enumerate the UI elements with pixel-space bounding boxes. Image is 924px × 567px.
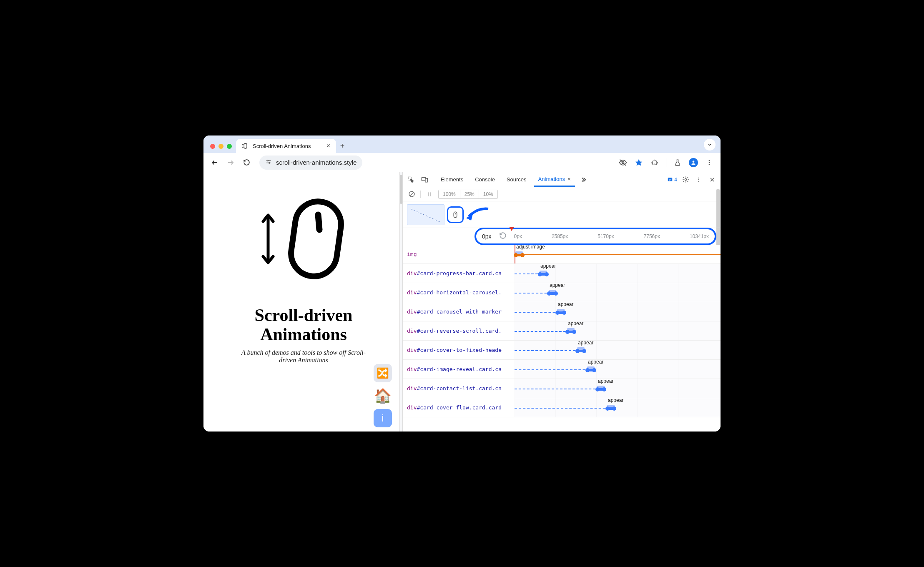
element-selector: div#card-cover-flow.card.card: [403, 404, 515, 411]
mouse-icon: [285, 193, 347, 285]
site-settings-icon[interactable]: [265, 158, 272, 166]
reload-button[interactable]: [240, 156, 253, 169]
animation-name: adjust-image: [516, 245, 545, 250]
close-devtools-icon[interactable]: [707, 175, 717, 185]
animation-row[interactable]: div#card-progress-bar.card.caappear: [403, 264, 721, 283]
svg-point-23: [698, 177, 699, 178]
settings-icon[interactable]: [680, 175, 690, 185]
animation-row[interactable]: div#card-cover-to-fixed-headeappear: [403, 341, 721, 360]
animation-row[interactable]: div#card-carousel-with-markerappear: [403, 302, 721, 321]
svg-marker-35: [509, 227, 514, 231]
svg-point-5: [267, 160, 269, 161]
speed-selector: 100% 25% 10%: [438, 190, 498, 199]
annotation-arrow-icon: [465, 206, 490, 222]
animation-rows: imgadjust-imagediv#card-progress-bar.car…: [403, 245, 721, 432]
browser-window: Scroll-driven Animations × + scroll-driv…: [203, 135, 721, 432]
page-title: Scroll-drivenAnimations: [255, 306, 353, 344]
animation-name: appear: [598, 378, 613, 384]
panel-splitter[interactable]: [399, 172, 403, 432]
tab-console[interactable]: Console: [471, 172, 499, 187]
close-tab-button[interactable]: ×: [326, 143, 330, 149]
animation-track[interactable]: appear: [515, 264, 721, 283]
animation-track[interactable]: appear: [515, 283, 721, 302]
close-window-button[interactable]: [210, 144, 215, 149]
playhead-icon[interactable]: [509, 227, 514, 232]
url-text: scroll-driven-animations.style: [276, 159, 357, 166]
animation-name: appear: [550, 282, 565, 288]
animation-track[interactable]: appear: [515, 341, 721, 359]
scroll-driven-badge[interactable]: [447, 206, 464, 223]
avatar-icon: [689, 158, 698, 167]
bookmark-star-icon[interactable]: [633, 156, 645, 169]
window-controls: [208, 144, 236, 153]
current-position: 0px: [482, 233, 492, 240]
info-button[interactable]: i: [374, 409, 392, 427]
extensions-icon[interactable]: [648, 156, 661, 169]
animation-track[interactable]: appear: [515, 360, 721, 379]
arrow-updown-icon: [260, 210, 276, 268]
tab-animations[interactable]: Animations×: [534, 172, 575, 187]
animation-name: appear: [568, 321, 583, 326]
speed-25[interactable]: 25%: [460, 190, 479, 198]
speed-100[interactable]: 100%: [439, 190, 460, 198]
menu-button[interactable]: [703, 156, 716, 169]
svg-rect-0: [244, 143, 247, 148]
minimize-window-button[interactable]: [218, 144, 223, 149]
animation-group-thumb[interactable]: [407, 204, 444, 225]
ruler-marks: 0px 2585px 5170px 7756px 10341px: [514, 233, 709, 239]
animation-row[interactable]: div#card-reverse-scroll.card.appear: [403, 321, 721, 341]
timeline-ruler: 0px 0px 2585px 5170px 7756px 10341px: [403, 228, 721, 245]
svg-rect-20: [425, 178, 427, 182]
animation-row[interactable]: div#card-cover-flow.card.cardappear: [403, 398, 721, 417]
animation-row[interactable]: div#card-horizontal-carousel.appear: [403, 283, 721, 302]
replay-icon[interactable]: [499, 232, 507, 241]
back-button[interactable]: [208, 156, 221, 169]
device-icon[interactable]: [419, 175, 429, 185]
svg-point-14: [709, 164, 710, 165]
tab-elements[interactable]: Elements: [437, 172, 467, 187]
animation-track[interactable]: adjust-image: [515, 245, 721, 263]
animation-name: appear: [540, 263, 556, 269]
pause-icon[interactable]: [425, 190, 434, 199]
animation-track[interactable]: appear: [515, 398, 721, 417]
svg-rect-32: [454, 212, 457, 218]
labs-icon[interactable]: [671, 156, 684, 169]
animation-name: appear: [558, 301, 573, 307]
issues-count[interactable]: 4: [667, 177, 677, 183]
animation-name: appear: [608, 397, 623, 403]
favicon-icon: [242, 143, 249, 149]
svg-rect-21: [668, 178, 673, 181]
element-selector: div#card-image-reveal.card.ca: [403, 366, 515, 372]
maximize-window-button[interactable]: [227, 144, 232, 149]
speed-10[interactable]: 10%: [479, 190, 497, 198]
element-selector: div#card-cover-to-fixed-heade: [403, 347, 515, 353]
svg-point-13: [709, 162, 710, 163]
kebab-icon[interactable]: [694, 175, 704, 185]
inspect-icon[interactable]: [406, 175, 416, 185]
animation-track[interactable]: appear: [515, 302, 721, 321]
animation-row[interactable]: div#card-image-reveal.card.caappear: [403, 360, 721, 379]
page-subtitle: A bunch of demos and tools to show off S…: [237, 349, 370, 364]
tab-overflow-button[interactable]: [704, 139, 716, 151]
clear-icon[interactable]: [407, 190, 416, 199]
animation-track[interactable]: appear: [515, 321, 721, 340]
animation-controls: 100% 25% 10%: [403, 187, 721, 201]
animation-row[interactable]: imgadjust-image: [403, 245, 721, 264]
address-bar[interactable]: scroll-driven-animations.style: [259, 156, 362, 170]
svg-point-22: [685, 178, 686, 180]
new-tab-button[interactable]: +: [336, 142, 349, 153]
more-tabs-icon[interactable]: [578, 175, 588, 185]
shuffle-button[interactable]: 🔀: [374, 364, 392, 382]
eye-hidden-icon[interactable]: [617, 156, 629, 169]
animation-track[interactable]: appear: [515, 379, 721, 398]
svg-point-12: [709, 160, 710, 161]
profile-button[interactable]: [687, 156, 700, 169]
forward-button[interactable]: [224, 156, 237, 169]
animation-row[interactable]: div#card-contact-list.card.caappear: [403, 379, 721, 398]
tab-sources[interactable]: Sources: [502, 172, 531, 187]
svg-rect-16: [288, 198, 344, 279]
browser-tab[interactable]: Scroll-driven Animations ×: [236, 139, 336, 153]
ruler-highlight: 0px 0px 2585px 5170px 7756px 10341px: [475, 228, 716, 245]
home-button[interactable]: 🏠: [374, 386, 392, 405]
close-panel-icon[interactable]: ×: [567, 176, 571, 182]
